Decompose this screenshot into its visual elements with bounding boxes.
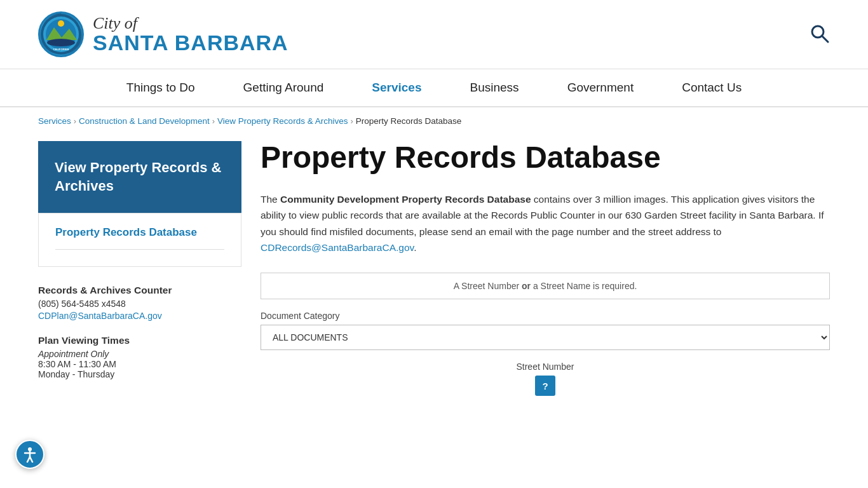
nav-contact-us[interactable]: Contact Us — [658, 69, 766, 106]
form-hint-bold: or — [522, 281, 531, 291]
desc-bold: Community Development Property Records D… — [280, 194, 531, 205]
street-number-help-button[interactable]: ? — [535, 376, 555, 396]
main-nav: Things to Do Getting Around Services Bus… — [0, 69, 868, 107]
breadcrumb-construction[interactable]: Construction & Land Development — [79, 116, 210, 126]
breadcrumb-view-property[interactable]: View Property Records & Archives — [217, 116, 348, 126]
nav-government[interactable]: Government — [543, 69, 658, 106]
sidebar-body: Property Records Database — [38, 213, 241, 267]
desc-end: . — [414, 242, 416, 253]
desc-prefix: The — [261, 194, 280, 205]
sidebar-info: Records & Archives Counter (805) 564-548… — [38, 285, 241, 379]
sidebar-link-property-records[interactable]: Property Records Database — [55, 226, 224, 250]
plan-viewing-title: Plan Viewing Times — [38, 335, 241, 346]
plan-viewing-days: Monday - Thursday — [38, 369, 241, 379]
svg-text:CALIFORNIA: CALIFORNIA — [53, 48, 69, 51]
sidebar: View Property Records & Archives Propert… — [38, 141, 241, 401]
breadcrumb-current: Property Records Database — [356, 116, 462, 126]
main-layout: View Property Records & Archives Propert… — [0, 141, 868, 426]
form-hint-suffix: a Street Name is required. — [531, 281, 637, 291]
nav-getting-around[interactable]: Getting Around — [219, 69, 348, 106]
page-description: The Community Development Property Recor… — [261, 191, 830, 256]
breadcrumb-sep-2: › — [212, 116, 215, 126]
main-content: Property Records Database The Community … — [261, 141, 830, 401]
street-number-label: Street Number — [261, 362, 830, 372]
doc-category-label: Document Category — [261, 311, 830, 321]
svg-point-4 — [47, 39, 75, 46]
form-hint-prefix: A Street Number — [454, 281, 522, 291]
doc-category-select[interactable]: ALL DOCUMENTS BUILDING PERMITS PLANNING … — [261, 325, 830, 350]
plan-viewing-appointment: Appointment Only — [38, 349, 241, 359]
breadcrumb-services[interactable]: Services — [38, 116, 71, 126]
logo-area: CALIFORNIA City of SANTA BARBARA — [38, 11, 288, 57]
records-counter-title: Records & Archives Counter — [38, 285, 241, 296]
sidebar-header[interactable]: View Property Records & Archives — [38, 141, 241, 213]
records-counter-email[interactable]: CDPlan@SantaBarbaraCA.gov — [38, 311, 162, 321]
plan-viewing-hours: 8:30 AM - 11:30 AM — [38, 359, 241, 369]
desc-email[interactable]: CDRecords@SantaBarbaraCA.gov — [261, 242, 414, 253]
breadcrumb-sep-3: › — [350, 116, 353, 126]
page-title: Property Records Database — [261, 141, 830, 175]
logo-city-of: City of — [93, 15, 288, 32]
nav-services[interactable]: Services — [348, 69, 445, 106]
breadcrumb-sep-1: › — [74, 116, 76, 126]
site-header: CALIFORNIA City of SANTA BARBARA — [0, 0, 868, 69]
plan-viewing-section: Plan Viewing Times Appointment Only 8:30… — [38, 335, 241, 379]
logo-santa-barbara: SANTA BARBARA — [93, 32, 288, 53]
records-counter-phone: (805) 564-5485 x4548 — [38, 299, 241, 309]
svg-point-5 — [58, 20, 64, 27]
form-hint: A Street Number or a Street Name is requ… — [261, 273, 830, 299]
nav-business[interactable]: Business — [446, 69, 543, 106]
city-seal: CALIFORNIA — [38, 11, 84, 57]
breadcrumb: Services › Construction & Land Developme… — [0, 107, 868, 135]
nav-things-to-do[interactable]: Things to Do — [102, 69, 219, 106]
search-button[interactable] — [810, 24, 830, 46]
logo-text: City of SANTA BARBARA — [93, 15, 288, 53]
svg-line-8 — [822, 36, 828, 42]
